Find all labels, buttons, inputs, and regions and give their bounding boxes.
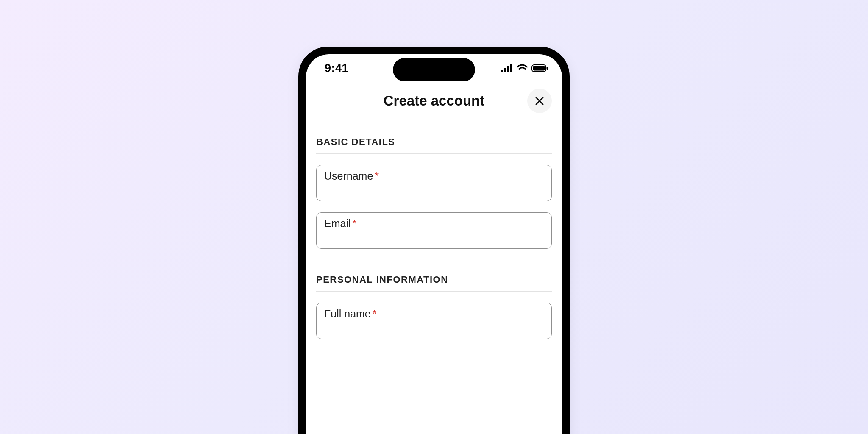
email-field[interactable]: Email*	[316, 212, 552, 249]
section-label-personal-information: PERSONAL INFORMATION	[316, 274, 552, 292]
screen: 9:41	[306, 54, 562, 434]
required-marker: *	[375, 170, 379, 182]
section-label-basic-details: BASIC DETAILS	[316, 136, 552, 154]
username-field[interactable]: Username*	[316, 165, 552, 201]
wifi-icon	[516, 64, 528, 72]
svg-rect-3	[510, 64, 512, 72]
dynamic-island	[393, 58, 475, 81]
field-label-text: Full name	[324, 308, 371, 320]
phone-frame: 9:41	[298, 47, 570, 434]
email-input[interactable]	[324, 231, 544, 243]
status-time: 9:41	[325, 62, 348, 75]
svg-rect-1	[504, 68, 506, 72]
field-label: Full name*	[324, 307, 544, 320]
fullname-field[interactable]: Full name*	[316, 303, 552, 339]
field-label-text: Username	[324, 170, 373, 182]
page-title: Create account	[384, 93, 484, 109]
close-icon	[535, 96, 544, 106]
close-button[interactable]	[527, 89, 552, 113]
username-input[interactable]	[324, 184, 544, 196]
svg-rect-6	[547, 67, 548, 70]
required-marker: *	[373, 308, 377, 320]
page-header: Create account	[306, 80, 562, 122]
fullname-input[interactable]	[324, 322, 544, 334]
svg-rect-5	[533, 66, 545, 71]
field-label: Email*	[324, 217, 544, 230]
cellular-icon	[501, 64, 513, 72]
status-icons	[501, 64, 548, 72]
field-label-text: Email	[324, 217, 351, 229]
battery-icon	[531, 64, 548, 72]
form-content: BASIC DETAILS Username* Email* PERSONAL …	[306, 122, 562, 339]
required-marker: *	[353, 217, 357, 229]
svg-rect-0	[501, 70, 503, 72]
svg-rect-2	[507, 66, 509, 72]
field-label: Username*	[324, 170, 544, 182]
